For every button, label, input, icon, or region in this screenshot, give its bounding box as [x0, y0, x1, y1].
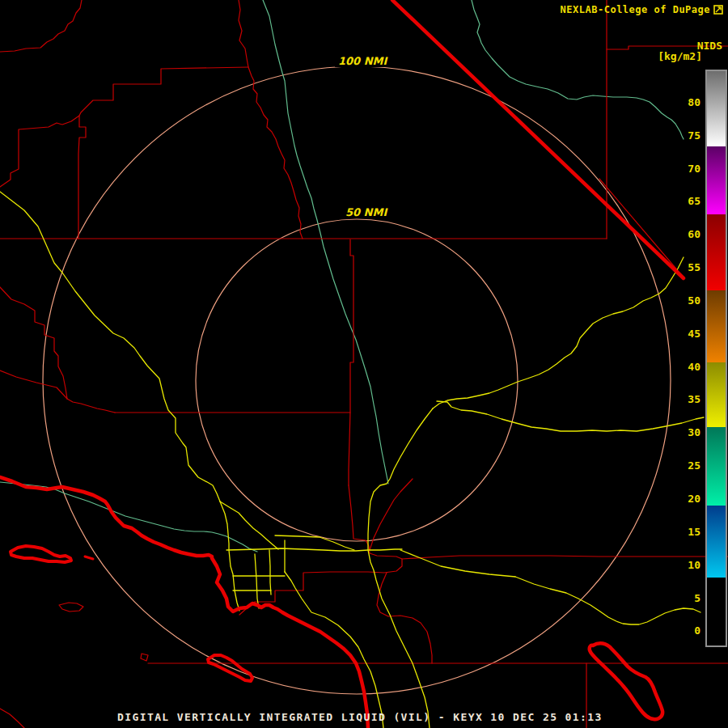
range-ring-50nmi: [196, 219, 518, 541]
river-lines: [0, 0, 684, 552]
colorbar-tick-label: 10: [668, 559, 700, 571]
colorbar-tick-label: 60: [668, 228, 700, 240]
brand-bar: NEXLAB-College of DuPage: [561, 4, 723, 15]
colorbar-tick-label: 65: [668, 195, 700, 207]
colorbar-tick-label: 15: [668, 526, 700, 538]
state-border-line: [392, 0, 684, 278]
color-scale-bar: [705, 70, 727, 647]
state-line-and-coastline: [0, 0, 684, 728]
colorbar-tick-label: 20: [668, 493, 700, 505]
radar-display: 100 NMI 50 NMI NEXLAB-College of DuPage …: [0, 0, 728, 728]
radar-map-image[interactable]: [0, 0, 728, 728]
colorbar-gradient: [707, 71, 726, 645]
brand-text[interactable]: NEXLAB-College of DuPage: [561, 4, 710, 15]
range-rings: [43, 66, 671, 694]
highway-lines: [0, 192, 704, 728]
colorbar-tick-label: 75: [668, 129, 700, 142]
colorbar-tick-label: 35: [668, 393, 700, 405]
colorbar-tick-label: 25: [668, 459, 700, 472]
range-ring-label-50nmi: 50 NMI: [342, 207, 390, 218]
colorbar-tick-label: 45: [668, 328, 700, 340]
colorbar-tick-label: 40: [668, 361, 700, 373]
range-ring-100nmi: [43, 66, 671, 694]
colorbar-tick-label: 70: [668, 163, 700, 175]
colorbar-tick-label: 55: [668, 261, 700, 273]
colorbar-tick-label: 0: [668, 624, 700, 637]
colorbar-tick-label: 80: [668, 96, 700, 108]
nexlab-logo-icon[interactable]: [713, 5, 723, 15]
colorbar-tick-label: 50: [668, 294, 700, 307]
colorbar-tick-label: 30: [668, 426, 700, 438]
units-label: [kg/m2]: [658, 51, 702, 62]
range-ring-label-100nmi: 100 NMI: [335, 56, 390, 67]
island-outline: [11, 546, 71, 562]
island-outline: [85, 557, 93, 559]
coastline: [0, 477, 368, 728]
island-outline: [208, 655, 252, 681]
product-title: DIGITAL VERTICALLY INTEGRATED LIQUID (VI…: [117, 711, 603, 724]
island-outline: [590, 643, 662, 719]
colorbar-tick-label: 5: [668, 592, 700, 604]
